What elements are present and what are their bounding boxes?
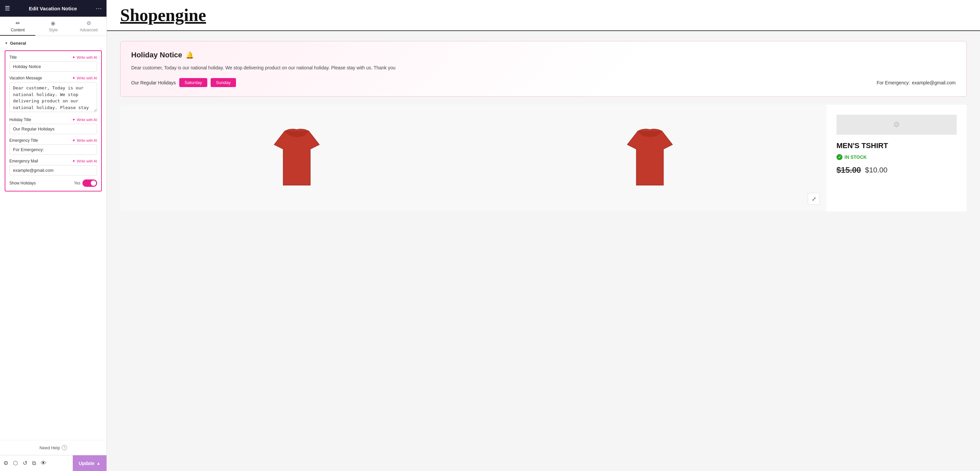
holiday-days: Our Regular Holidays Saturday Sunday	[131, 78, 236, 87]
need-help-label: Need Help	[40, 445, 60, 450]
style-tab-label: Style	[49, 28, 58, 32]
advanced-tab-icon: ⚙	[86, 20, 91, 26]
product-image-placeholder: ⚙	[837, 115, 957, 135]
product-section: ⤢ ⚙ MEN'S TSHIRT ✓ IN STOCK $15.00 $10.0…	[120, 105, 967, 211]
holiday-title-label-row: Holiday Title ✦ Write with AI	[10, 117, 97, 122]
tab-style[interactable]: ◉ Style	[35, 17, 71, 36]
ai-sparkle-icon-5: ✦	[72, 159, 75, 163]
preview-icon[interactable]: 👁	[41, 460, 46, 467]
need-help-link[interactable]: Need Help ?	[5, 445, 102, 450]
emergency-title-write-ai-button[interactable]: ✦ Write with AI	[72, 138, 97, 143]
left-panel: ☰ Edit Vacation Notice ⋯ ✏ Content ◉ Sty…	[0, 0, 107, 471]
site-header: Shopengine	[107, 0, 980, 31]
toggle-container: Yes	[74, 179, 97, 187]
advanced-tab-label: Advanced	[80, 28, 97, 32]
holiday-title-row: Holiday Title ✦ Write with AI	[10, 117, 97, 134]
update-chevron-icon: ▲	[97, 461, 100, 466]
title-label-row: Title ✦ Write with AI	[10, 55, 97, 60]
emergency-mail-write-ai-button[interactable]: ✦ Write with AI	[72, 159, 97, 163]
tshirt-svg-2	[620, 125, 680, 192]
emergency-title-input[interactable]	[10, 144, 97, 155]
emergency-section: For Emergency: example@gmail.com	[877, 80, 956, 86]
emergency-title-label: Emergency Title	[10, 138, 38, 143]
message-write-ai-button[interactable]: ✦ Write with AI	[72, 76, 97, 80]
holiday-title-label: Holiday Title	[10, 117, 31, 122]
holiday-footer: Our Regular Holidays Saturday Sunday For…	[131, 78, 956, 87]
sunday-badge[interactable]: Sunday	[211, 78, 236, 87]
section-label: General	[10, 41, 26, 46]
holiday-card-title: Holiday Notice 🔔	[131, 51, 956, 59]
product-images: ⤢	[120, 105, 826, 211]
saturday-badge[interactable]: Saturday	[179, 78, 207, 87]
stock-label: IN STOCK	[845, 154, 867, 160]
toggle-yes-label: Yes	[74, 181, 80, 186]
settings-icon[interactable]: ⚙	[3, 460, 8, 467]
bottom-icons: ⚙ ⬡ ↺ ⧉ 👁	[0, 460, 73, 467]
show-holidays-toggle[interactable]	[83, 179, 97, 187]
emergency-title-row: Emergency Title ✦ Write with AI	[10, 138, 97, 155]
tshirt-image-1	[120, 105, 473, 211]
collapse-arrow-icon[interactable]: ▼	[5, 41, 8, 45]
panel-body: ▼ General Title ✦ Write with AI Vacation…	[0, 36, 107, 440]
copy-icon[interactable]: ⧉	[32, 460, 36, 467]
in-stock-badge: ✓ IN STOCK	[837, 154, 957, 160]
price-old: $15.00	[837, 165, 861, 175]
emergency-email-text: example@gmail.com	[912, 80, 956, 86]
help-circle-icon: ?	[62, 445, 67, 450]
holiday-card-title-text: Holiday Notice	[131, 51, 182, 59]
title-label: Title	[10, 55, 17, 60]
holiday-title-input[interactable]	[10, 124, 97, 134]
tab-content[interactable]: ✏ Content	[0, 17, 35, 36]
content-area: Holiday Notice 🔔 Dear customer, Today is…	[107, 31, 980, 222]
price-new: $10.00	[865, 166, 887, 174]
general-form: Title ✦ Write with AI Vacation Message ✦…	[5, 50, 102, 192]
main-area: Shopengine Holiday Notice 🔔 Dear custome…	[107, 0, 980, 471]
panel-footer: Need Help ?	[0, 440, 107, 455]
emergency-mail-input[interactable]	[10, 165, 97, 176]
check-circle-icon: ✓	[837, 154, 843, 160]
emergency-mail-row: Emergency Mail ✦ Write with AI	[10, 159, 97, 176]
message-label: Vacation Message	[10, 76, 42, 80]
ai-sparkle-icon-3: ✦	[72, 117, 75, 122]
history-icon[interactable]: ↺	[23, 460, 27, 467]
style-tab-icon: ◉	[51, 20, 56, 26]
holiday-card: Holiday Notice 🔔 Dear customer, Today is…	[120, 41, 967, 97]
expand-button[interactable]: ⤢	[808, 193, 820, 205]
message-row: Vacation Message ✦ Write with AI Dear cu…	[10, 76, 97, 113]
site-title: Shopengine	[120, 5, 967, 25]
emergency-title-ai-label: Write with AI	[77, 138, 97, 143]
message-ai-label: Write with AI	[77, 76, 97, 80]
panel-header: ☰ Edit Vacation Notice ⋯	[0, 0, 107, 17]
tab-advanced[interactable]: ⚙ Advanced	[71, 17, 107, 36]
hamburger-icon[interactable]: ☰	[5, 5, 10, 12]
holiday-message: Dear customer, Today is our national hol…	[131, 64, 398, 71]
product-info: ⚙ MEN'S TSHIRT ✓ IN STOCK $15.00 $10.00	[826, 105, 967, 211]
ai-sparkle-icon-4: ✦	[72, 138, 75, 143]
expand-icon: ⤢	[812, 196, 816, 202]
emergency-mail-label-row: Emergency Mail ✦ Write with AI	[10, 159, 97, 163]
section-header: ▼ General	[5, 41, 102, 46]
grid-icon[interactable]: ⋯	[96, 5, 102, 12]
holiday-days-title: Our Regular Holidays	[131, 80, 176, 86]
content-tab-label: Content	[11, 28, 25, 32]
show-holidays-row: Show Holidays Yes	[10, 179, 97, 187]
show-holidays-label: Show Holidays	[10, 181, 36, 186]
title-row: Title ✦ Write with AI	[10, 55, 97, 72]
ai-sparkle-icon-2: ✦	[72, 76, 75, 80]
holiday-title-write-ai-button[interactable]: ✦ Write with AI	[72, 117, 97, 122]
ai-sparkle-icon: ✦	[72, 55, 75, 60]
title-write-ai-button[interactable]: ✦ Write with AI	[72, 55, 97, 60]
product-name: MEN'S TSHIRT	[837, 141, 957, 150]
update-label: Update	[79, 461, 94, 466]
bell-icon: 🔔	[186, 51, 194, 59]
bottom-bar: ⚙ ⬡ ↺ ⧉ 👁 Update ▲	[0, 455, 107, 471]
title-input[interactable]	[10, 61, 97, 72]
update-button[interactable]: Update ▲	[73, 455, 107, 471]
panel-title: Edit Vacation Notice	[29, 6, 77, 11]
emergency-title-label-row: Emergency Title ✦ Write with AI	[10, 138, 97, 143]
content-tab-icon: ✏	[16, 20, 20, 26]
title-ai-label: Write with AI	[77, 56, 97, 59]
price-row: $15.00 $10.00	[837, 165, 957, 175]
message-textarea[interactable]: Dear customer, Today is our national hol…	[10, 82, 97, 112]
layers-icon[interactable]: ⬡	[13, 460, 18, 467]
